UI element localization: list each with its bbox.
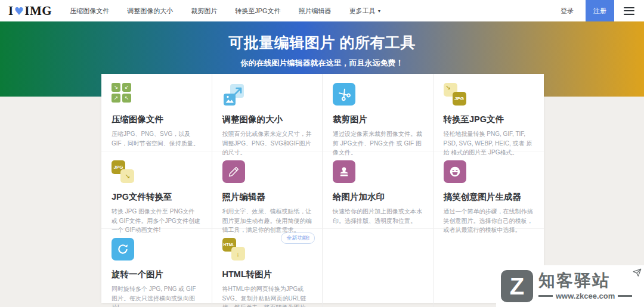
- header-actions: 登录 注册: [561, 0, 644, 21]
- tool-title: JPG文件转换至: [112, 191, 202, 203]
- tool-title: 旋转一个图片: [112, 269, 202, 280]
- nav-item[interactable]: 压缩图像文件: [70, 7, 109, 15]
- compress-image-icon: ↘↙↗↖: [112, 83, 202, 111]
- tool-card[interactable]: ↘ JPG 转换至JPG文件 轻松地批量转换 PNG, GIF, TIF, PS…: [434, 74, 544, 151]
- tool-title: 压缩图像文件: [112, 114, 202, 125]
- convert-from-jpg-icon: JPG ↘: [112, 160, 202, 189]
- logo-text-right: IMG: [24, 4, 52, 18]
- nav-item[interactable]: 照片编辑器: [299, 7, 332, 15]
- tool-card[interactable]: 搞笑创意图片生成器 通过一个简单的步骤，在线制作搞笑创意图片。选择你自己的模板，…: [434, 151, 544, 229]
- menu-icon[interactable]: [624, 7, 634, 15]
- convert-to-jpg-icon: ↘ JPG: [444, 83, 534, 111]
- tools-panel: ↘↙↗↖ 压缩图像文件 压缩JPG、PNG、SVG，以及GIF，同时节省空间、保…: [101, 74, 544, 303]
- tool-description: 将HTML中的网页转换为JPG或SVG。复制并粘贴网页的URL链接，然后单击，将…: [222, 284, 312, 307]
- tool-title: 调整图像的大小: [222, 114, 312, 125]
- nav-item[interactable]: 调整图像的大小: [127, 7, 173, 15]
- tool-title: HTML转图片: [222, 269, 312, 280]
- tool-card[interactable]: 旋转一个图片 同时旋转多个 JPG, PNG 或 GIF 图片。每次只选择横向或…: [101, 229, 212, 307]
- photo-editor-icon: [222, 160, 312, 189]
- nav-item[interactable]: 裁剪图片: [191, 7, 217, 15]
- tool-card[interactable]: 全新功能! HTML ↓ HTML转图片 将HTML中的网页转换为JPG或SVG…: [212, 229, 323, 307]
- tool-card[interactable]: ↘↙↗↖ 压缩图像文件 压缩JPG、PNG、SVG，以及GIF，同时节省空间、保…: [101, 74, 212, 151]
- nav-item[interactable]: 转换至JPG文件: [235, 7, 280, 15]
- tool-title: 搞笑创意图片生成器: [444, 191, 534, 203]
- empty-cell: [323, 229, 434, 307]
- new-feature-badge: 全新功能!: [281, 232, 315, 244]
- heart-icon: ♥: [14, 5, 24, 17]
- top-navbar: I ♥ IMG 压缩图像文件 调整图像的大小 裁剪图片 转换至JPG文件 照片编…: [0, 0, 644, 21]
- tool-card[interactable]: 裁剪图片 通过设定像素来裁剪图像文件。裁剪 JPG文件、PNG文件 或 GIF …: [323, 74, 434, 151]
- nav-item[interactable]: 更多工具 ▼: [349, 7, 382, 15]
- watermark-image-icon: [333, 160, 423, 189]
- hero-subtitle: 你的在线图片编辑器就在这里，而且永远免费！: [0, 58, 644, 69]
- paper-plane-icon: [633, 268, 642, 280]
- main-nav: 压缩图像文件 调整图像的大小 裁剪图片 转换至JPG文件 照片编辑器 更多工具 …: [70, 7, 381, 15]
- tool-card[interactable]: 调整图像的大小 按照百分比或像素来定义尺寸，并调整JPG、PNG、SVG和GIF…: [212, 74, 323, 151]
- iloveimg-logo[interactable]: I ♥ IMG: [8, 4, 52, 18]
- tool-card[interactable]: JPG ↘ JPG文件转换至 转换 JPG 图像文件至 PNG文件 或 GIF文…: [101, 151, 212, 229]
- site-watermark: Z 知客驿站 www.zkcee.com: [496, 265, 644, 307]
- tool-card[interactable]: 给图片加水印 快速给你的图片加上图像或文本水印。选择排版、透明度和位置。: [323, 151, 434, 229]
- logo-text-left: I: [8, 4, 14, 18]
- tools-grid: ↘↙↗↖ 压缩图像文件 压缩JPG、PNG、SVG，以及GIF，同时节省空间、保…: [101, 74, 544, 303]
- rotate-image-icon: [112, 238, 202, 266]
- crop-image-icon: [333, 83, 423, 111]
- tool-title: 裁剪图片: [333, 114, 423, 125]
- tool-description: 压缩JPG、PNG、SVG，以及GIF，同时节省空间、保持质量。: [112, 129, 202, 148]
- tool-title: 给图片加水印: [333, 191, 423, 203]
- watermark-site-url: www.zkcee.com: [556, 292, 615, 300]
- register-button[interactable]: 注册: [586, 0, 614, 21]
- tool-title: 照片编辑器: [222, 191, 312, 203]
- tool-title: 转换至JPG文件: [444, 114, 534, 125]
- login-button[interactable]: 登录: [561, 7, 574, 15]
- resize-image-icon: [222, 83, 312, 111]
- meme-generator-icon: [444, 160, 534, 189]
- iloveimg-home-page: { "header": { "logo": { "part1": "I", "h…: [0, 0, 644, 307]
- hero-title: 可批量编辑图片 的所有工具: [0, 33, 644, 52]
- tool-card[interactable]: 照片编辑器 利用文字、效果、镜框或贴纸，让图片更加生动有趣。使用简便的编辑工具，…: [212, 151, 323, 229]
- chevron-down-icon: ▼: [377, 9, 382, 13]
- watermark-site-name: 知客驿站: [538, 272, 632, 289]
- tool-description: 同时旋转多个 JPG, PNG 或 GIF 图片。每次只选择横向或纵向图片!: [112, 284, 202, 307]
- tool-description: 快速给你的图片加上图像或文本水印。选择排版、透明度和位置。: [333, 207, 423, 225]
- watermark-logo: Z: [501, 270, 533, 302]
